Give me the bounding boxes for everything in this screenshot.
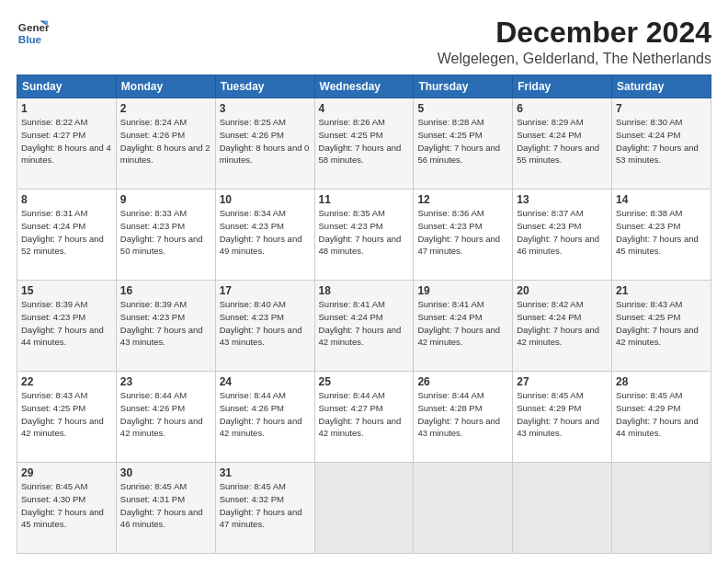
col-thursday: Thursday — [414, 75, 513, 98]
day-info: Sunrise: 8:24 AM Sunset: 4:26 PM Dayligh… — [120, 116, 211, 167]
daylight-label: Daylight: 7 hours and 45 minutes. — [21, 507, 104, 530]
daylight-label: Daylight: 7 hours and 49 minutes. — [220, 234, 302, 257]
day-number: 10 — [220, 193, 311, 206]
sunset-label: Sunset: 4:23 PM — [319, 221, 383, 231]
calendar-day: 23 Sunrise: 8:44 AM Sunset: 4:26 PM Dayl… — [116, 372, 215, 463]
sunrise-label: Sunrise: 8:25 AM — [220, 117, 286, 127]
sunset-label: Sunset: 4:23 PM — [417, 221, 482, 231]
calendar-day — [612, 463, 711, 554]
daylight-label: Daylight: 7 hours and 43 minutes. — [220, 325, 302, 348]
daylight-label: Daylight: 7 hours and 43 minutes. — [517, 416, 599, 439]
calendar-day: 22 Sunrise: 8:43 AM Sunset: 4:25 PM Dayl… — [17, 372, 117, 463]
day-number: 4 — [319, 102, 410, 115]
calendar-day: 13 Sunrise: 8:37 AM Sunset: 4:23 PM Dayl… — [513, 190, 612, 281]
day-number: 28 — [616, 375, 707, 388]
day-number: 25 — [319, 375, 410, 388]
sunset-label: Sunset: 4:23 PM — [21, 312, 85, 322]
day-info: Sunrise: 8:38 AM Sunset: 4:23 PM Dayligh… — [616, 207, 707, 258]
calendar-day: 19 Sunrise: 8:41 AM Sunset: 4:24 PM Dayl… — [414, 281, 513, 372]
day-number: 24 — [220, 375, 311, 388]
calendar-day: 8 Sunrise: 8:31 AM Sunset: 4:24 PM Dayli… — [17, 190, 117, 281]
sunrise-label: Sunrise: 8:45 AM — [616, 390, 682, 400]
calendar-day — [513, 463, 612, 554]
subtitle: Welgelegen, Gelderland, The Netherlands — [438, 51, 711, 67]
calendar-day: 21 Sunrise: 8:43 AM Sunset: 4:25 PM Dayl… — [612, 281, 711, 372]
sunset-label: Sunset: 4:31 PM — [120, 494, 185, 504]
sunrise-label: Sunrise: 8:41 AM — [319, 299, 385, 309]
daylight-label: Daylight: 7 hours and 55 minutes. — [517, 143, 599, 166]
sunset-label: Sunset: 4:27 PM — [21, 130, 85, 140]
calendar-day: 29 Sunrise: 8:45 AM Sunset: 4:30 PM Dayl… — [17, 463, 117, 554]
day-number: 2 — [120, 102, 211, 115]
day-info: Sunrise: 8:41 AM Sunset: 4:24 PM Dayligh… — [319, 298, 410, 349]
day-number: 11 — [319, 193, 410, 206]
sunset-label: Sunset: 4:28 PM — [417, 403, 482, 413]
daylight-label: Daylight: 7 hours and 43 minutes. — [417, 416, 500, 439]
day-number: 6 — [517, 102, 608, 115]
sunrise-label: Sunrise: 8:26 AM — [319, 117, 385, 127]
sunrise-label: Sunrise: 8:38 AM — [616, 208, 682, 218]
sunset-label: Sunset: 4:25 PM — [21, 403, 85, 413]
day-number: 9 — [120, 193, 211, 206]
sunset-label: Sunset: 4:23 PM — [120, 312, 185, 322]
sunrise-label: Sunrise: 8:30 AM — [616, 117, 682, 127]
day-info: Sunrise: 8:36 AM Sunset: 4:23 PM Dayligh… — [417, 207, 508, 258]
daylight-label: Daylight: 7 hours and 45 minutes. — [616, 234, 699, 257]
sunrise-label: Sunrise: 8:39 AM — [120, 299, 187, 309]
day-number: 7 — [616, 102, 707, 115]
daylight-label: Daylight: 7 hours and 46 minutes. — [120, 507, 203, 530]
calendar-week-4: 22 Sunrise: 8:43 AM Sunset: 4:25 PM Dayl… — [17, 372, 711, 463]
sunset-label: Sunset: 4:26 PM — [120, 130, 185, 140]
calendar-day: 18 Sunrise: 8:41 AM Sunset: 4:24 PM Dayl… — [314, 281, 414, 372]
calendar-header-row: Sunday Monday Tuesday Wednesday Thursday… — [17, 75, 711, 98]
calendar-day: 14 Sunrise: 8:38 AM Sunset: 4:23 PM Dayl… — [612, 190, 711, 281]
daylight-label: Daylight: 7 hours and 48 minutes. — [319, 234, 402, 257]
daylight-label: Daylight: 7 hours and 42 minutes. — [220, 416, 302, 439]
day-info: Sunrise: 8:45 AM Sunset: 4:30 PM Dayligh… — [21, 480, 112, 531]
calendar-day — [314, 463, 414, 554]
sunrise-label: Sunrise: 8:28 AM — [417, 117, 483, 127]
sunrise-label: Sunrise: 8:37 AM — [517, 208, 583, 218]
sunset-label: Sunset: 4:24 PM — [517, 130, 581, 140]
calendar-day: 9 Sunrise: 8:33 AM Sunset: 4:23 PM Dayli… — [116, 190, 215, 281]
daylight-label: Daylight: 7 hours and 42 minutes. — [21, 416, 104, 439]
day-number: 17 — [220, 284, 311, 297]
sunrise-label: Sunrise: 8:45 AM — [21, 481, 87, 491]
sunset-label: Sunset: 4:26 PM — [220, 403, 284, 413]
daylight-label: Daylight: 7 hours and 42 minutes. — [120, 416, 203, 439]
daylight-label: Daylight: 7 hours and 53 minutes. — [616, 143, 699, 166]
sunset-label: Sunset: 4:23 PM — [120, 221, 185, 231]
day-info: Sunrise: 8:40 AM Sunset: 4:23 PM Dayligh… — [220, 298, 311, 349]
sunrise-label: Sunrise: 8:42 AM — [517, 299, 583, 309]
col-friday: Friday — [513, 75, 612, 98]
calendar-day: 5 Sunrise: 8:28 AM Sunset: 4:25 PM Dayli… — [414, 98, 513, 190]
sunset-label: Sunset: 4:29 PM — [517, 403, 581, 413]
day-info: Sunrise: 8:39 AM Sunset: 4:23 PM Dayligh… — [120, 298, 211, 349]
sunrise-label: Sunrise: 8:44 AM — [220, 390, 286, 400]
header: General Blue December 2024 Welgelegen, G… — [17, 17, 711, 67]
daylight-label: Daylight: 7 hours and 42 minutes. — [517, 325, 599, 348]
calendar-day: 15 Sunrise: 8:39 AM Sunset: 4:23 PM Dayl… — [17, 281, 117, 372]
day-number: 5 — [417, 102, 508, 115]
day-number: 14 — [616, 193, 707, 206]
day-number: 3 — [220, 102, 311, 115]
sunset-label: Sunset: 4:30 PM — [21, 494, 85, 504]
day-info: Sunrise: 8:43 AM Sunset: 4:25 PM Dayligh… — [616, 298, 707, 349]
daylight-label: Daylight: 7 hours and 42 minutes. — [319, 416, 402, 439]
sunset-label: Sunset: 4:24 PM — [319, 312, 383, 322]
day-info: Sunrise: 8:34 AM Sunset: 4:23 PM Dayligh… — [220, 207, 311, 258]
sunrise-label: Sunrise: 8:22 AM — [21, 117, 87, 127]
day-number: 26 — [417, 375, 508, 388]
day-number: 29 — [21, 466, 112, 479]
sunset-label: Sunset: 4:27 PM — [319, 403, 383, 413]
daylight-label: Daylight: 7 hours and 42 minutes. — [319, 325, 402, 348]
sunset-label: Sunset: 4:24 PM — [517, 312, 581, 322]
sunset-label: Sunset: 4:25 PM — [319, 130, 383, 140]
calendar-day: 7 Sunrise: 8:30 AM Sunset: 4:24 PM Dayli… — [612, 98, 711, 190]
sunrise-label: Sunrise: 8:43 AM — [616, 299, 682, 309]
sunrise-label: Sunrise: 8:34 AM — [220, 208, 286, 218]
sunrise-label: Sunrise: 8:45 AM — [220, 481, 286, 491]
day-number: 30 — [120, 466, 211, 479]
daylight-label: Daylight: 7 hours and 56 minutes. — [417, 143, 500, 166]
logo-icon: General Blue — [17, 17, 50, 50]
